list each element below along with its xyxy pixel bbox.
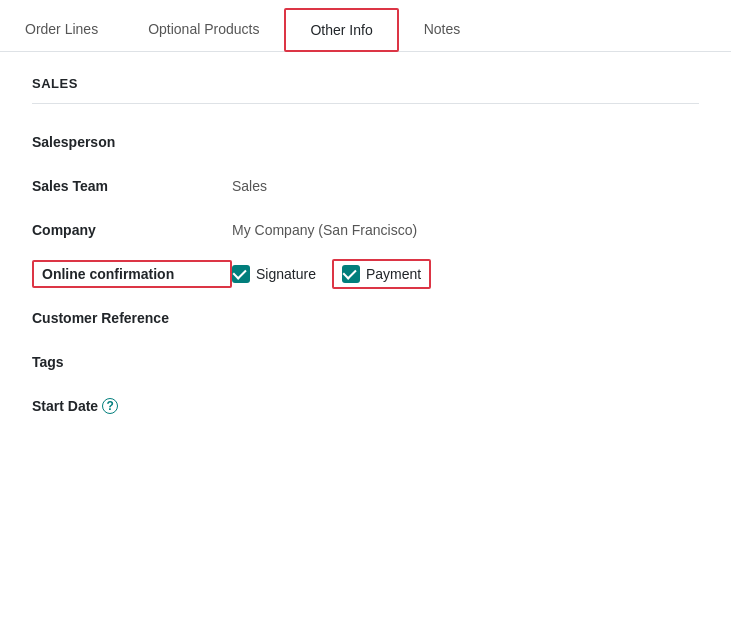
field-row-company: Company My Company (San Francisco) <box>32 212 699 248</box>
field-row-salesperson: Salesperson <box>32 124 699 160</box>
label-customer-reference: Customer Reference <box>32 310 232 326</box>
tabs-bar: Order Lines Optional Products Other Info… <box>0 0 731 52</box>
section-divider <box>32 103 699 104</box>
field-row-sales-team: Sales Team Sales <box>32 168 699 204</box>
label-salesperson: Salesperson <box>32 134 232 150</box>
label-tags: Tags <box>32 354 232 370</box>
field-row-online-confirmation: Online confirmation Signature Payment <box>32 256 699 292</box>
section-title: SALES <box>32 76 699 91</box>
label-online-confirmation: Online confirmation <box>32 260 232 288</box>
label-company: Company <box>32 222 232 238</box>
value-sales-team[interactable]: Sales <box>232 178 267 194</box>
checkbox-payment[interactable]: Payment <box>332 259 431 289</box>
value-company[interactable]: My Company (San Francisco) <box>232 222 417 238</box>
checkbox-signature-icon[interactable] <box>232 265 250 283</box>
help-icon[interactable]: ? <box>102 398 118 414</box>
checkbox-payment-icon[interactable] <box>342 265 360 283</box>
tab-optional-products[interactable]: Optional Products <box>123 8 284 52</box>
tab-notes[interactable]: Notes <box>399 8 486 52</box>
tab-order-lines[interactable]: Order Lines <box>0 8 123 52</box>
checkbox-signature[interactable]: Signature <box>232 265 316 283</box>
content-area: SALES Salesperson Sales Team Sales Compa… <box>0 52 731 456</box>
tab-other-info[interactable]: Other Info <box>284 8 398 52</box>
field-row-customer-reference: Customer Reference <box>32 300 699 336</box>
label-start-date: Start Date ? <box>32 398 232 414</box>
checkbox-group: Signature Payment <box>232 259 431 289</box>
field-row-tags: Tags <box>32 344 699 380</box>
label-sales-team: Sales Team <box>32 178 232 194</box>
field-row-start-date: Start Date ? <box>32 388 699 424</box>
